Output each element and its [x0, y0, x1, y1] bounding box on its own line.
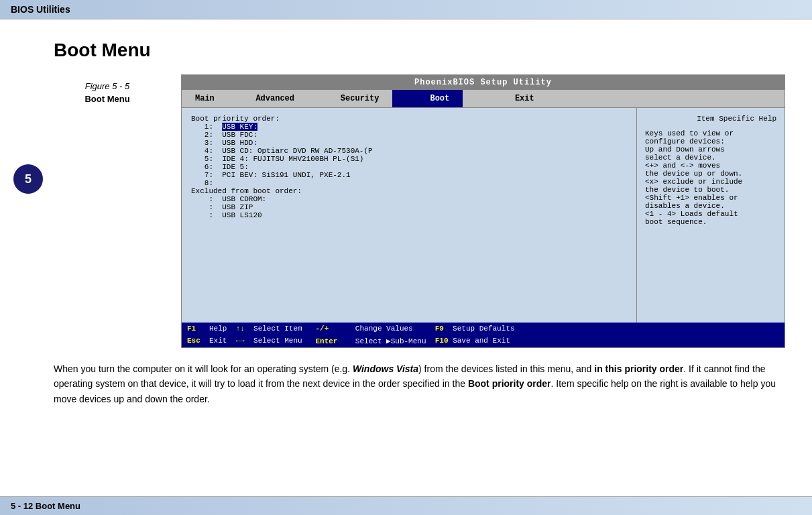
desc-text2: ) from the devices listed in this menu, …: [418, 363, 594, 374]
bios-content-text: Boot priority order: 1: USB KEY: 2: USB …: [191, 115, 627, 219]
top-bar: BIOS Utilities: [0, 0, 812, 19]
nav-exit[interactable]: Exit: [463, 90, 547, 107]
nav-boot[interactable]: Boot: [392, 90, 463, 107]
status-esc: Esc Exit: [187, 337, 236, 345]
figure-label: Figure 5 - 5: [54, 81, 161, 91]
figure-caption: Boot Menu: [54, 94, 161, 104]
right-column: PhoenixBIOS Setup Utility Main Advanced …: [181, 74, 785, 348]
desc-bold1: in this priority order: [594, 363, 683, 374]
main-content: Boot Menu Figure 5 - 5 Boot Menu Phoenix…: [0, 19, 812, 426]
status-f9: F9 Setup Defaults: [435, 325, 515, 333]
status-arrows: ↑↓ Select Item: [236, 325, 316, 333]
left-column: Figure 5 - 5 Boot Menu: [54, 74, 161, 348]
nav-security[interactable]: Security: [308, 90, 392, 107]
bios-help-title: Item Specific Help: [645, 115, 776, 123]
status-lr: ←→ Select Menu: [236, 337, 316, 345]
status-f1: F1 Help: [187, 325, 236, 333]
bios-main-panel: Boot priority order: 1: USB KEY: 2: USB …: [182, 108, 785, 323]
bios-status-bar: F1 Help ↑↓ Select Item -/+ Change Values…: [182, 323, 785, 335]
status-f10: F10 Save and Exit: [435, 337, 510, 345]
description-text: When you turn the computer on it will lo…: [54, 361, 785, 406]
nav-main[interactable]: Main: [182, 90, 228, 107]
content-row: Figure 5 - 5 Boot Menu PhoenixBIOS Setup…: [54, 74, 785, 348]
bottom-bar: 5 - 12 Boot Menu: [0, 496, 812, 515]
bios-status-bar-2: Esc Exit ←→ Select Menu Enter Select ▶Su…: [182, 335, 785, 347]
desc-italic-bold: Windows Vista: [353, 363, 418, 374]
nav-advanced[interactable]: Advanced: [228, 90, 308, 107]
bios-nav: Main Advanced Security Boot Exit: [182, 90, 785, 108]
bottom-bar-label: 5 - 12 Boot Menu: [11, 501, 80, 511]
bios-content-area: Boot priority order: 1: USB KEY: 2: USB …: [182, 108, 637, 323]
status-plusminus: -/+ Change Values: [315, 325, 434, 333]
desc-bold2: Boot priority order: [468, 378, 551, 389]
top-bar-title: BIOS Utilities: [11, 4, 70, 15]
page-title: Boot Menu: [54, 40, 785, 61]
desc-text1: When you turn the computer on it will lo…: [54, 363, 353, 374]
bios-utility-box: PhoenixBIOS Setup Utility Main Advanced …: [181, 74, 785, 348]
bios-title-bar: PhoenixBIOS Setup Utility: [182, 75, 785, 90]
bios-help-text: Keys used to view or configure devices: …: [645, 129, 776, 226]
bios-help-panel: Item Specific Help Keys used to view or …: [637, 108, 785, 323]
status-enter: Enter Select ▶Sub-Menu: [315, 337, 434, 345]
